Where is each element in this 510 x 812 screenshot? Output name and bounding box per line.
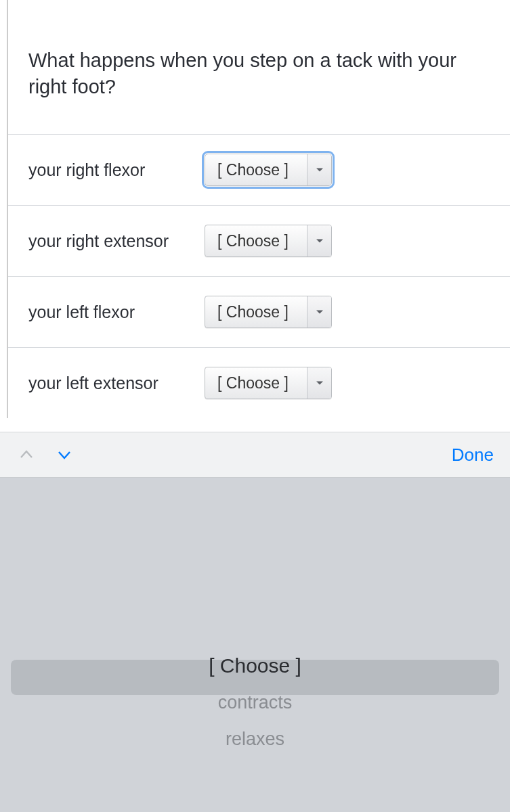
dropdown-left-extensor[interactable]: [ Choose ] xyxy=(205,367,332,399)
chevron-down-icon xyxy=(307,225,331,256)
dropdown-value: [ Choose ] xyxy=(205,296,307,328)
dropdown-value: [ Choose ] xyxy=(205,367,307,399)
match-row: your left flexor [ Choose ] xyxy=(8,276,510,347)
row-label: your left flexor xyxy=(28,302,205,322)
prev-field-button[interactable] xyxy=(16,445,37,465)
done-button[interactable]: Done xyxy=(452,445,494,466)
dropdown-value: [ Choose ] xyxy=(205,225,307,256)
chevron-down-icon xyxy=(307,296,331,328)
dropdown-value: [ Choose ] xyxy=(205,154,307,185)
picker-option[interactable]: contracts xyxy=(218,686,293,719)
dropdown-right-flexor[interactable]: [ Choose ] xyxy=(205,154,332,186)
match-row: your right flexor [ Choose ] xyxy=(8,134,510,205)
dropdown-left-flexor[interactable]: [ Choose ] xyxy=(205,296,332,328)
picker-option[interactable]: relaxes xyxy=(226,723,284,755)
dropdown-right-extensor[interactable]: [ Choose ] xyxy=(205,225,332,257)
picker-option[interactable]: [ Choose ] xyxy=(209,650,301,682)
row-label: your left extensor xyxy=(28,374,205,393)
chevron-down-icon xyxy=(307,154,331,185)
row-label: your right extensor xyxy=(28,231,205,251)
keyboard-accessory-bar: Done xyxy=(0,432,510,478)
picker-wheel[interactable]: [ Choose ] contracts relaxes xyxy=(0,478,510,812)
question-text: What happens when you step on a tack wit… xyxy=(8,0,510,134)
match-row: your left extensor [ Choose ] xyxy=(8,347,510,418)
row-label: your right flexor xyxy=(28,160,205,180)
chevron-down-icon xyxy=(307,367,331,399)
match-row: your right extensor [ Choose ] xyxy=(8,205,510,276)
next-field-button[interactable] xyxy=(54,445,75,465)
